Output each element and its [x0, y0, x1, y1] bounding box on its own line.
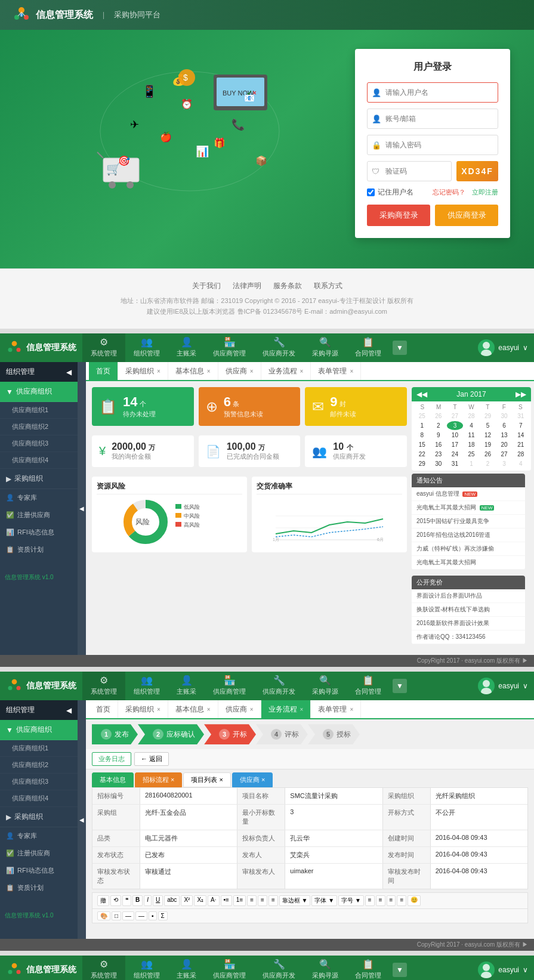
- wf-sidebar-collapse[interactable]: ◀: [66, 706, 72, 715]
- tab-supplier[interactable]: 供应商 ×: [218, 362, 261, 380]
- notice-item-6[interactable]: 光电氧土耳其最大招网: [412, 556, 525, 570]
- sidebar-item-supplier-org[interactable]: ▼ 供应商组织: [0, 382, 78, 402]
- notice-item-2[interactable]: 光电氧土耳其最大招网 NEW: [412, 501, 525, 515]
- superscript-btn[interactable]: X²: [181, 895, 193, 906]
- tl-nav-org[interactable]: 👥 组织管理: [125, 956, 168, 980]
- sidebar-sub-supplier2[interactable]: 供应商组织2: [0, 419, 78, 435]
- wf-sidebar-sub2[interactable]: 供应商组织2: [0, 757, 78, 774]
- sidebar-item-expert[interactable]: 👤专家库: [0, 489, 78, 506]
- tab-home[interactable]: 首页: [89, 362, 118, 380]
- wf-sidebar-rfi[interactable]: 📊RFI动态信息: [0, 862, 78, 879]
- nav-host[interactable]: 👤 主账采: [168, 333, 205, 362]
- wf-tab-basic[interactable]: 基本信息 ×: [168, 700, 218, 718]
- nav-more-button[interactable]: ▼: [393, 341, 407, 355]
- italic-btn[interactable]: I: [144, 895, 152, 906]
- wf-nav-more[interactable]: ▼: [393, 679, 407, 693]
- align-center-btn[interactable]: ≡: [258, 895, 267, 906]
- tab-basic-info[interactable]: 基本信息 ×: [168, 362, 218, 380]
- wf-nav-host[interactable]: 👤 主账采: [168, 672, 205, 700]
- list-ul-btn[interactable]: •≡: [221, 895, 232, 906]
- wf-user-dropdown[interactable]: ∨: [523, 682, 528, 690]
- quote-btn[interactable]: ❝: [122, 895, 131, 906]
- remember-checkbox[interactable]: [367, 188, 375, 196]
- tab-close-workflow[interactable]: ×: [300, 368, 304, 375]
- step-confirm[interactable]: 2 应标确认: [138, 724, 204, 744]
- price-item-1[interactable]: 界面设计后台界面UI作品: [412, 589, 525, 603]
- cal-prev-icon[interactable]: ◀◀: [416, 390, 427, 398]
- wf-nav-purchase[interactable]: 🔍 采购寻源: [304, 672, 347, 700]
- bold-btn[interactable]: B: [132, 895, 143, 906]
- nav-supplier-mgr[interactable]: 🏪 供应商管理: [205, 333, 254, 362]
- wf-nav-supplier-mgr[interactable]: 🏪 供应商管理: [205, 672, 254, 700]
- justify-btn[interactable]: ≡: [387, 895, 396, 906]
- about-link[interactable]: 关于我们: [192, 281, 221, 291]
- strikethrough-btn[interactable]: abc: [164, 895, 180, 906]
- redo-btn[interactable]: ⟲: [110, 895, 121, 906]
- wf-sidebar-registered[interactable]: ✅注册供应商: [0, 845, 78, 862]
- font-size-btn[interactable]: 字号 ▼: [338, 895, 364, 906]
- wf-tab-workflow[interactable]: 业务流程 ×: [261, 700, 311, 718]
- align-right-btn[interactable]: ≡: [268, 895, 278, 906]
- outdent-btn[interactable]: ≡: [376, 895, 385, 906]
- tl-nav-sys[interactable]: ⚙ 系统管理: [82, 956, 125, 980]
- wf-tab-supplier[interactable]: 供应商 ×: [218, 700, 261, 718]
- form-tab-bidding[interactable]: 招标流程 ×: [135, 772, 182, 787]
- username-input[interactable]: [367, 82, 498, 103]
- price-item-3[interactable]: 2016最新软件界面设计效果: [412, 617, 525, 630]
- wf-sidebar-expert[interactable]: 👤专家库: [0, 827, 78, 845]
- emoji-btn[interactable]: 😊: [408, 895, 421, 906]
- tl-user-dropdown[interactable]: ∨: [523, 966, 528, 974]
- form-tab-basic[interactable]: 基本信息: [92, 772, 134, 787]
- nav-supplier-dev[interactable]: 🔧 供应商开发: [254, 333, 304, 362]
- font-family-btn[interactable]: 字体 ▼: [311, 895, 337, 906]
- table-btn[interactable]: 靠边框 ▼: [279, 895, 311, 906]
- wf-sidebar-supplier-org[interactable]: ▼供应商组织: [0, 720, 78, 740]
- form-tab-project[interactable]: 项目列表 ×: [183, 772, 230, 787]
- tab-close-supplier[interactable]: ×: [250, 368, 254, 375]
- captcha-image[interactable]: XD34F: [456, 161, 498, 181]
- forgot-link[interactable]: 忘记密码？: [433, 188, 465, 196]
- wf-sidebar-sub1[interactable]: 供应商组织1: [0, 740, 78, 757]
- sidebar-item-purchase-org[interactable]: ▶ 采购组织: [0, 469, 78, 489]
- sidebar-sub-supplier3[interactable]: 供应商组织3: [0, 435, 78, 452]
- nav-purchase[interactable]: 🔍 采购寻源: [304, 333, 347, 362]
- highlight-btn[interactable]: 🎨: [97, 911, 110, 920]
- nav-sys[interactable]: ⚙ 系统管理: [82, 333, 125, 362]
- dash-btn[interactable]: —: [135, 911, 147, 920]
- dot-btn[interactable]: ▪: [149, 911, 157, 920]
- underline-btn[interactable]: U: [153, 895, 163, 906]
- tl-nav-contract[interactable]: 📋 合同管理: [347, 956, 390, 980]
- purchase-login-button[interactable]: 采购商登录: [367, 205, 430, 226]
- notice-item-3[interactable]: 2015中国钴矿行业最具竞争: [412, 515, 525, 528]
- remember-label[interactable]: 记住用户名: [367, 187, 413, 197]
- service-link[interactable]: 服务条款: [273, 281, 302, 291]
- step-eval[interactable]: 4 评标: [256, 724, 308, 744]
- tl-nav-sup-mgr[interactable]: 🏪 供应商管理: [205, 956, 254, 980]
- step-award[interactable]: 5 授标: [308, 724, 360, 744]
- wf-tab-form[interactable]: 表单管理 ×: [311, 700, 361, 718]
- notice-item-5[interactable]: 力威（特种矿线）再次涉嫌偷: [412, 542, 525, 556]
- user-dropdown-icon[interactable]: ∨: [523, 344, 528, 352]
- back-btn[interactable]: ← 返回: [134, 752, 169, 766]
- password-input[interactable]: [367, 135, 498, 155]
- form-tab-supplier[interactable]: 供应商 ×: [232, 772, 273, 787]
- wf-nav-org[interactable]: 👥 组织管理: [125, 672, 168, 700]
- sidebar-collapse-icon[interactable]: ◀: [66, 368, 72, 376]
- step-open[interactable]: 3 开标: [204, 724, 256, 744]
- register-link[interactable]: 立即注册: [472, 188, 498, 196]
- tab-close-form[interactable]: ×: [350, 368, 353, 375]
- wf-sidebar-sub4[interactable]: 供应商组织4: [0, 790, 78, 807]
- wf-sidebar-purchase-org[interactable]: ▶采购组织: [0, 807, 78, 827]
- sidebar-sub-supplier4[interactable]: 供应商组织4: [0, 452, 78, 469]
- box-btn[interactable]: □: [112, 911, 121, 920]
- indent-btn[interactable]: ≡: [365, 895, 375, 906]
- wf-nav-contract[interactable]: 📋 合同管理: [347, 672, 390, 700]
- wf-nav-sys[interactable]: ⚙ 系统管理: [82, 672, 125, 700]
- captcha-input[interactable]: [367, 161, 452, 181]
- tl-nav-host[interactable]: 👤 主账采: [168, 956, 205, 980]
- align-left-btn[interactable]: ≡: [247, 895, 257, 906]
- cal-next-icon[interactable]: ▶▶: [516, 390, 526, 398]
- step-publish[interactable]: 1 发布: [92, 724, 138, 744]
- nav-org[interactable]: 👥 组织管理: [125, 333, 168, 362]
- undo-btn[interactable]: 撤: [97, 895, 109, 906]
